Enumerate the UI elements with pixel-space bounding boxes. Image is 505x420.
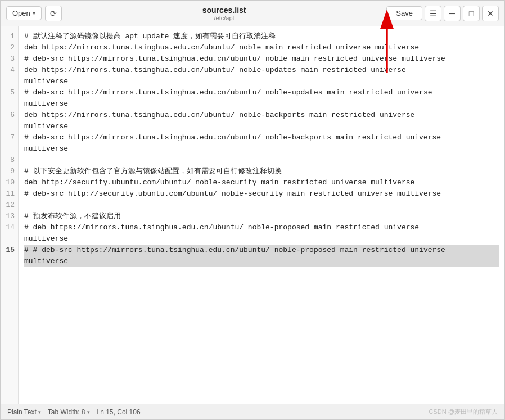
code-line: deb https://mirrors.tuna.tsinghua.edu.cn… <box>24 65 499 76</box>
code-line: multiverse <box>24 143 499 155</box>
position-indicator: Ln 15, Col 106 <box>97 408 141 416</box>
maximize-icon: □ <box>469 9 474 18</box>
code-line: # deb-src https://mirrors.tuna.tsinghua.… <box>24 53 499 65</box>
line-number <box>1 98 18 110</box>
filename-label: sources.list <box>62 6 387 15</box>
close-button[interactable]: ✕ <box>482 6 499 21</box>
open-button[interactable]: Open ▾ <box>6 6 42 20</box>
minimize-button[interactable]: ─ <box>444 6 461 21</box>
code-line: # deb-src https://mirrors.tuna.tsinghua.… <box>24 132 499 143</box>
open-chevron-icon: ▾ <box>33 10 35 16</box>
line-number: 8 <box>1 155 18 166</box>
code-line: # 默认注释了源码镜像以提高 apt update 速度，如有需要可自行取消注释 <box>24 31 499 42</box>
watermark-text: CSDN @麦田里的稻草人 <box>429 408 498 416</box>
code-line: # deb-src https://mirrors.tuna.tsinghua.… <box>24 87 499 98</box>
line-number <box>1 233 18 245</box>
editor-area: 123456789101112131415 # 默认注释了源码镜像以提高 apt… <box>1 26 504 404</box>
plain-text-chevron-icon: ▾ <box>38 409 41 415</box>
reload-button[interactable]: ⟳ <box>45 6 62 21</box>
maximize-button[interactable]: □ <box>463 6 480 21</box>
line-numbers: 123456789101112131415 <box>1 26 19 404</box>
code-line: deb http://security.ubuntu.com/ubuntu/ n… <box>24 177 499 188</box>
position-label: Ln 15, Col 106 <box>97 408 141 416</box>
code-line: # deb-src http://security.ubuntu.com/ubu… <box>24 188 499 200</box>
statusbar: Plain Text ▾ Tab Width: 8 ▾ Ln 15, Col 1… <box>1 404 504 419</box>
line-number: 1 <box>1 31 18 42</box>
line-number: 3 <box>1 53 18 65</box>
reload-icon: ⟳ <box>50 9 57 18</box>
title-center: sources.list /etc/apt <box>62 6 387 21</box>
line-number: 6 <box>1 110 18 121</box>
open-label: Open <box>12 9 30 17</box>
code-line: deb https://mirrors.tuna.tsinghua.edu.cn… <box>24 110 499 121</box>
line-number: 7 <box>1 132 18 143</box>
line-number: 12 <box>1 200 18 211</box>
save-button[interactable]: Save <box>386 6 422 20</box>
line-number: 14 <box>1 222 18 233</box>
code-line <box>24 200 499 211</box>
line-number: 15 <box>1 245 18 256</box>
code-line: # # deb-src https://mirrors.tuna.tsinghu… <box>24 245 499 256</box>
line-number: 9 <box>1 166 18 177</box>
tab-width-chevron-icon: ▾ <box>87 409 90 415</box>
line-number: 13 <box>1 211 18 222</box>
line-number: 4 <box>1 65 18 76</box>
code-line <box>24 155 499 166</box>
line-number: 5 <box>1 87 18 98</box>
line-number <box>1 121 18 132</box>
code-line: # deb https://mirrors.tuna.tsinghua.edu.… <box>24 222 499 233</box>
hamburger-icon: ☰ <box>430 9 437 18</box>
code-line: multiverse <box>24 98 499 110</box>
line-number: 10 <box>1 177 18 188</box>
code-line: # 以下安全更新软件包含了官方源与镜像站配置，如有需要可自行修改注释切换 <box>24 166 499 177</box>
filepath-label: /etc/apt <box>62 15 387 21</box>
close-icon: ✕ <box>487 9 494 18</box>
plain-text-selector[interactable]: Plain Text ▾ <box>7 408 41 416</box>
line-number <box>1 76 18 87</box>
code-line: multiverse <box>24 121 499 132</box>
minimize-icon: ─ <box>449 9 455 18</box>
plain-text-label: Plain Text <box>7 408 37 416</box>
line-number: 2 <box>1 42 18 53</box>
code-editor[interactable]: # 默认注释了源码镜像以提高 apt update 速度，如有需要可自行取消注释… <box>19 26 504 404</box>
hamburger-button[interactable]: ☰ <box>425 6 441 21</box>
code-line: # 预发布软件源，不建议启用 <box>24 211 499 222</box>
code-line: multiverse <box>24 233 499 245</box>
code-line: multiverse <box>24 256 499 267</box>
code-line: deb https://mirrors.tuna.tsinghua.edu.cn… <box>24 42 499 53</box>
tab-width-label: Tab Width: 8 <box>48 408 85 416</box>
tab-width-selector[interactable]: Tab Width: 8 ▾ <box>48 408 90 416</box>
line-number: 11 <box>1 188 18 200</box>
code-line: multiverse <box>24 76 499 87</box>
line-number <box>1 143 18 155</box>
line-number <box>1 256 18 267</box>
